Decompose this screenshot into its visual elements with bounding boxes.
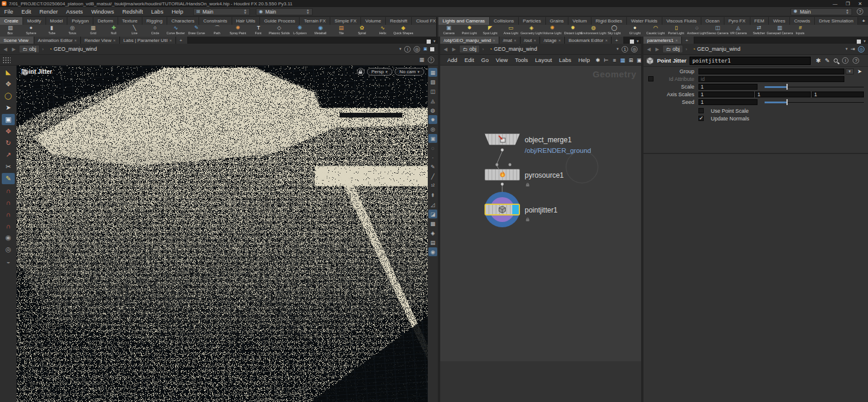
net-color-palette-icon[interactable]: ▦ [619, 57, 626, 63]
tool-area-light[interactable]: ▭ Area Light [500, 25, 521, 35]
shelf-tab[interactable]: Ocean [701, 17, 724, 25]
rotate-tool[interactable]: ↻ [2, 138, 15, 149]
back-icon[interactable]: ◀ [2, 47, 8, 52]
net-tree-view-icon[interactable]: ⊢ [603, 57, 609, 63]
context-chip[interactable]: 🗀obj [459, 45, 480, 53]
tab-close-icon[interactable]: × [113, 38, 116, 43]
update-normals-checkbox[interactable] [698, 116, 704, 121]
shelf-tab[interactable]: Lights and Cameras [438, 17, 490, 25]
forward-icon[interactable]: ▶ [654, 47, 660, 52]
tool-grid[interactable]: ▦ Grid [83, 25, 103, 35]
pane-tab[interactable]: + [612, 37, 624, 44]
search-icon[interactable] [834, 58, 838, 63]
shelf-tab[interactable]: Particles [519, 17, 546, 25]
follow-target-icon[interactable]: ◎ [631, 46, 638, 53]
menu-item[interactable]: Windows [87, 8, 118, 15]
pane-menu-icon[interactable]: ▾ [433, 39, 435, 44]
gear-icon[interactable]: ✱ [816, 57, 821, 64]
shelf-tab[interactable]: Constraints [199, 17, 232, 25]
snap-multi-toggle[interactable]: ∩ [2, 185, 15, 196]
context-chip[interactable]: 🗀obj [19, 45, 40, 53]
tool-metaball[interactable]: ◉ Metaball [310, 25, 331, 35]
node-label[interactable]: pyrosource1 [525, 171, 564, 179]
tool-environment-light[interactable]: ◍ Environment Light [583, 25, 604, 35]
pane-tab[interactable]: /stage× [540, 37, 565, 44]
group-input[interactable] [698, 68, 844, 74]
tool-line[interactable]: ╲ Line [124, 25, 145, 35]
pane-tab[interactable]: Scene View [0, 37, 34, 44]
tool-box[interactable]: ▧ Box [0, 25, 21, 35]
shelf-tab[interactable]: Vellum [568, 17, 591, 25]
network-menu-item[interactable]: Help [575, 57, 594, 63]
snap-grid-toggle[interactable]: ∩ [2, 220, 15, 231]
history-count-badge[interactable]: 1 [622, 46, 628, 53]
quick-plane-toggle[interactable]: ◎ [2, 244, 15, 255]
pane-tab[interactable]: parameters1× [643, 37, 682, 44]
tab-close-icon[interactable]: × [514, 38, 516, 43]
shelf-tab[interactable]: Hair Utils [232, 17, 260, 25]
pane-tab[interactable]: /mat× [499, 37, 521, 44]
menu-item[interactable]: Assets [62, 8, 87, 15]
tool-camera[interactable]: ▣ Camera [438, 25, 459, 35]
seed-input[interactable]: 1 [698, 99, 758, 105]
context-chip[interactable]: 🗀obj [662, 45, 683, 53]
tool-sphere[interactable]: ● Sphere [21, 25, 41, 35]
shelf-tab[interactable]: Rigging [142, 17, 167, 25]
tool-circle[interactable]: ○ Circle [145, 25, 165, 35]
pane-tab[interactable]: Bookmark Editor× [565, 37, 612, 44]
tool-draw-curve[interactable]: ✎ Draw Curve [186, 25, 207, 35]
shelf-tab[interactable]: Simple FX [330, 17, 361, 25]
shelf-tab[interactable]: Modify [23, 17, 46, 25]
net-list-view-icon[interactable]: ≡ [611, 57, 617, 63]
network-menu-item[interactable]: Labs [555, 57, 575, 63]
axis-scale-x-input[interactable]: 1 [698, 91, 754, 97]
tool-portal-light[interactable]: ▯ Portal Light [666, 25, 687, 35]
menu-item[interactable]: File [0, 8, 17, 15]
shelf-tab[interactable]: Rigid Bodies [591, 17, 627, 25]
forward-icon[interactable]: ▶ [451, 47, 457, 52]
tool-sky-light[interactable]: ◯ Sky Light [604, 25, 625, 35]
shelf-tab[interactable]: Grains [546, 17, 569, 25]
tool-gamepad-camera[interactable]: ▥ Gamepad Camera [769, 25, 790, 35]
network-menu-item[interactable]: Tools [511, 57, 531, 63]
shelf-tab[interactable]: Pyro FX [724, 17, 750, 25]
id-attribute-input[interactable]: id [698, 76, 844, 82]
node-breadcrumb[interactable]: ◔GEO_manju_wind [690, 45, 743, 53]
forward-icon[interactable]: ▶ [11, 47, 17, 52]
pane-tab[interactable]: /out× [521, 37, 540, 44]
brush-icon[interactable]: ✎ [825, 57, 830, 64]
display-point-numbers[interactable]: ¹² [428, 181, 437, 190]
display-headlight[interactable]: ◍ [428, 106, 437, 115]
shelf-tab[interactable]: Wires [769, 17, 789, 25]
shelf-tab[interactable]: Guide Process [260, 17, 300, 25]
viewport-canvas[interactable]: Point Jitter Persp▾ No cam▾ [17, 66, 428, 402]
shelf-tab[interactable]: Deform [93, 17, 118, 25]
tool-null[interactable]: ✚ Null [103, 25, 124, 35]
axis-scale-z-input[interactable]: 1 [812, 91, 864, 97]
tool-geometry-light[interactable]: ◈ Geometry Light [521, 25, 542, 35]
group-select-arrow-icon[interactable]: ➤ [857, 68, 862, 74]
translate-tool[interactable]: ✥ [2, 126, 15, 137]
pane-white-square-icon[interactable] [430, 47, 434, 51]
tab-close-icon[interactable]: × [605, 38, 607, 43]
display-scene-lighting[interactable]: ◉ [428, 247, 437, 256]
help-icon[interactable]: ? [857, 8, 863, 15]
pin-state-icon[interactable]: i [404, 46, 411, 53]
tool-font[interactable]: T Font [248, 25, 269, 35]
display-paths[interactable]: ╱ [428, 172, 437, 181]
tab-close-icon[interactable]: × [74, 38, 77, 43]
axis-scale-y-input[interactable]: 1 [755, 91, 811, 97]
tool-ambient-light[interactable]: ◌ Ambient Light [687, 25, 707, 35]
display-shade-mode[interactable]: ◪ [428, 210, 437, 218]
tool-stereo-camera[interactable]: ◫ Stereo Camera [707, 25, 728, 35]
display-sprites[interactable]: ✎ [428, 162, 437, 171]
tab-close-icon[interactable]: × [493, 38, 495, 43]
net-grid-snap-icon[interactable]: ⊞ [628, 57, 634, 63]
memory-monitor-icon[interactable]: ▦ [419, 57, 424, 63]
display-flipbook[interactable]: ◬ [428, 96, 437, 105]
projection-button[interactable]: Persp▾ [367, 68, 392, 76]
node-breadcrumb[interactable]: ◔GEO_manju_wind [486, 45, 540, 53]
shelf-tab[interactable]: Model [46, 17, 68, 25]
node-label[interactable]: object_merge1 [525, 136, 571, 144]
pose-tool[interactable]: ✂ [2, 161, 15, 172]
